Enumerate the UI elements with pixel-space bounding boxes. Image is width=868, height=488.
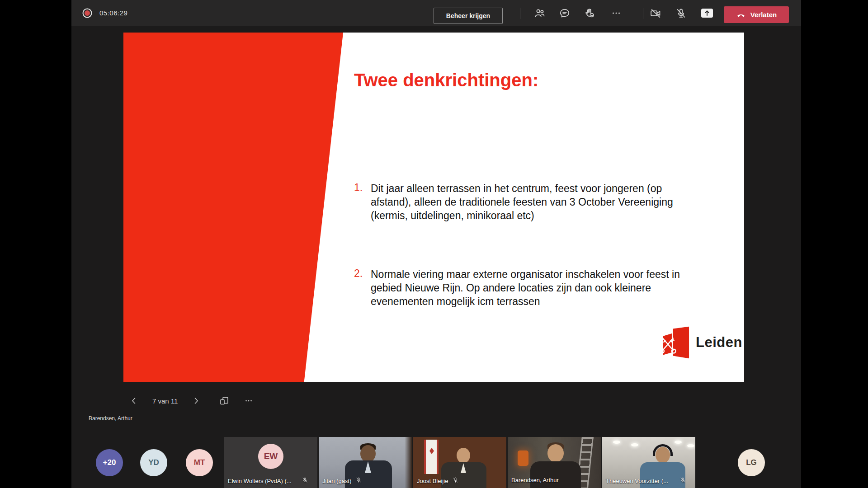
- video-tile-elwin-wolters[interactable]: EW Elwin Wolters (PvdA) (...: [224, 437, 317, 488]
- more-options-icon[interactable]: [609, 6, 623, 20]
- video-background: [518, 450, 528, 466]
- video-background: [687, 444, 694, 447]
- hang-up-icon: [736, 10, 746, 20]
- leave-button[interactable]: Verlaten: [724, 6, 789, 23]
- video-person: [360, 445, 376, 462]
- meeting-timer: 05:06:29: [99, 9, 127, 17]
- leiden-logo: Leiden: [653, 324, 742, 361]
- slide-point-1-number: 1.: [354, 182, 371, 222]
- video-background: [613, 441, 620, 444]
- video-tile-jitan[interactable]: Jitan (gast): [319, 437, 412, 488]
- tile-name-label: Barendsen, Arthur: [511, 477, 559, 483]
- tile-name-label: Elwin Wolters (PvdA) (...: [228, 478, 292, 484]
- video-person: [656, 447, 670, 463]
- video-tile-joost-bleijie[interactable]: Joost Bleijie: [413, 437, 506, 488]
- topbar-divider: [643, 8, 643, 19]
- slide-title: Twee denkrichtingen:: [354, 70, 538, 90]
- slide-page-indicator: 7 van 11: [150, 397, 180, 405]
- camera-off-icon[interactable]: [648, 6, 663, 20]
- mic-off-icon[interactable]: [674, 6, 688, 20]
- meeting-window: 05:06:29 Beheer krijgen: [0, 0, 868, 488]
- meeting-topbar: 05:06:29 Beheer krijgen: [71, 0, 801, 26]
- shared-slide: Twee denkrichtingen: 1. Dit jaar alleen …: [123, 33, 744, 382]
- tile-name-label: Theeuwen Voorzitter (...: [606, 478, 668, 484]
- video-person: [457, 448, 470, 463]
- video-tile-theeuwen-voorzitter[interactable]: Theeuwen Voorzitter (...: [602, 437, 695, 488]
- tile-name-label: Joost Bleijie: [417, 478, 448, 484]
- slide-point-2: 2. Normale viering maar externe organisa…: [354, 267, 700, 308]
- recording-indicator-icon: [81, 7, 93, 19]
- take-control-button[interactable]: Beheer krijgen: [434, 8, 503, 24]
- slide-point-1-text: Dit jaar alleen terrassen in het centrum…: [371, 182, 700, 222]
- video-person: [530, 461, 581, 488]
- avatar-mt[interactable]: MT: [186, 449, 213, 476]
- slide-thumbnails-icon[interactable]: [218, 395, 230, 407]
- slide-navigation: 7 van 11: [128, 394, 255, 407]
- next-slide-icon[interactable]: [190, 395, 202, 407]
- topbar-divider: [520, 8, 520, 19]
- video-person: [547, 444, 564, 462]
- flag-emblem: [429, 448, 434, 454]
- slide-point-2-number: 2.: [354, 267, 371, 308]
- avatar-yd[interactable]: YD: [140, 449, 167, 476]
- slide-point-2-text: Normale viering maar externe organisator…: [371, 267, 700, 308]
- muted-mic-icon: [452, 477, 459, 485]
- leiden-logo-text: Leiden: [696, 334, 742, 351]
- meeting-stage: 05:06:29 Beheer krijgen: [71, 0, 801, 488]
- video-background: [631, 443, 638, 446]
- previous-slide-icon[interactable]: [128, 395, 140, 407]
- slide-more-options-icon[interactable]: [243, 395, 255, 407]
- leave-button-label: Verlaten: [750, 11, 777, 19]
- participants-icon[interactable]: [533, 6, 547, 20]
- leiden-logo-icon: [653, 324, 689, 361]
- avatar-ew: EW: [258, 444, 283, 469]
- share-screen-icon[interactable]: [700, 6, 714, 20]
- avatar-lg[interactable]: LG: [738, 449, 765, 476]
- muted-mic-icon: [679, 477, 686, 485]
- video-background: [424, 440, 439, 474]
- video-tile-barendsen-arthur[interactable]: Barendsen, Arthur: [508, 437, 601, 488]
- muted-mic-icon: [302, 477, 308, 485]
- slide-point-1: 1. Dit jaar alleen terrassen in het cent…: [354, 182, 700, 222]
- chat-icon[interactable]: [557, 6, 572, 20]
- muted-mic-icon: [355, 477, 362, 485]
- overflow-participants-badge[interactable]: +20: [96, 449, 123, 476]
- raise-hand-icon[interactable]: [583, 6, 597, 20]
- presenter-name-label: Barendsen, Arthur: [89, 415, 132, 422]
- tile-name-label: Jitan (gast): [322, 478, 351, 484]
- video-background: [675, 441, 682, 444]
